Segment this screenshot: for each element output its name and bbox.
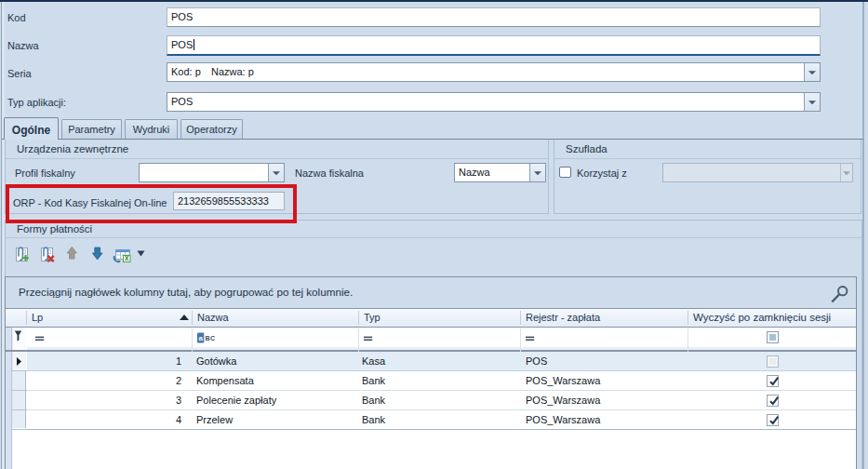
svg-text:X: X bbox=[125, 255, 129, 261]
svg-text:a: a bbox=[198, 334, 203, 342]
svg-text:BC: BC bbox=[206, 335, 216, 342]
